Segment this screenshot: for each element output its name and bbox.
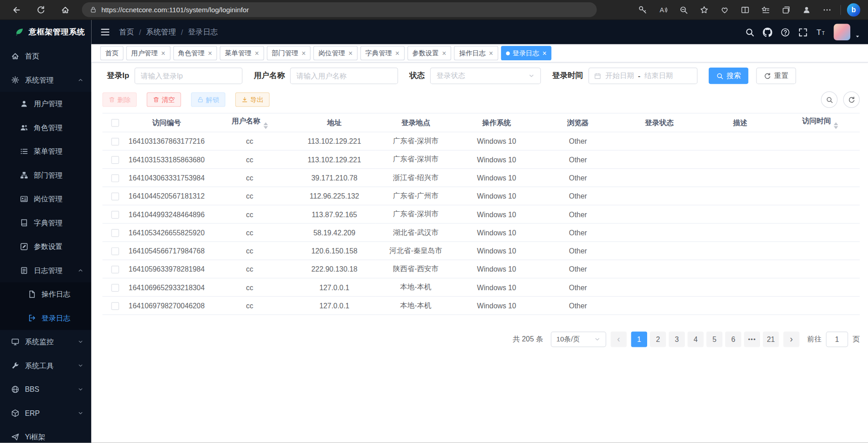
tab-param-settings[interactable]: 参数设置× [407, 46, 451, 60]
favorites-bar-button[interactable] [758, 2, 773, 17]
username-input[interactable] [290, 68, 398, 84]
sort-icon[interactable] [834, 122, 838, 129]
sidebar-item-operation-log[interactable]: 操作日志 [0, 282, 91, 306]
next-page-button[interactable]: › [783, 331, 799, 347]
user-avatar[interactable] [834, 24, 850, 40]
github-button[interactable] [763, 27, 772, 37]
sidebar-item-menu-mgmt[interactable]: 菜单管理 [0, 140, 91, 163]
login-ip-input[interactable] [135, 68, 243, 84]
close-tab-icon[interactable]: × [542, 49, 546, 57]
page-button-1[interactable]: 1 [631, 331, 647, 347]
sidebar-item-dict-mgmt[interactable]: 字典管理 [0, 211, 91, 234]
select-all-checkbox[interactable] [111, 119, 119, 127]
page-button-5[interactable]: 5 [707, 331, 722, 347]
reset-button[interactable]: 重置 [756, 68, 796, 84]
row-checkbox[interactable] [111, 229, 119, 237]
prev-page-button[interactable]: ‹ [610, 331, 626, 347]
tab-dept-mgmt[interactable]: 部门管理× [267, 46, 311, 60]
tab-home[interactable]: 首页 [100, 46, 123, 60]
tab-operation-log[interactable]: 操作日志× [454, 46, 498, 60]
header-search-button[interactable] [745, 27, 755, 37]
password-key-button[interactable] [635, 2, 650, 17]
breadcrumb-item[interactable]: 系统管理 [146, 27, 176, 37]
sidebar-item-system-monitor[interactable]: 系统监控 [0, 330, 91, 354]
row-checkbox[interactable] [111, 193, 119, 200]
close-tab-icon[interactable]: × [255, 49, 259, 57]
more-pages-button[interactable]: ••• [744, 331, 760, 347]
row-checkbox[interactable] [111, 138, 119, 146]
sidebar-item-system-tools[interactable]: 系统工具 [0, 354, 91, 377]
export-button[interactable]: 导出 [235, 92, 270, 107]
page-size-select[interactable]: 10条/页 [551, 331, 606, 347]
page-button-21[interactable]: 21 [763, 331, 779, 347]
tab-post-mgmt[interactable]: 岗位管理× [313, 46, 357, 60]
row-checkbox[interactable] [111, 156, 119, 164]
close-tab-icon[interactable]: × [442, 49, 446, 57]
sidebar-item-dept-mgmt[interactable]: 部门管理 [0, 163, 91, 187]
row-checkbox[interactable] [111, 284, 119, 292]
tab-dict-mgmt[interactable]: 字典管理× [361, 46, 405, 60]
close-tab-icon[interactable]: × [302, 49, 306, 57]
page-button-4[interactable]: 4 [688, 331, 703, 347]
fullscreen-button[interactable] [798, 27, 808, 37]
refresh-table-button[interactable] [843, 91, 860, 108]
sort-icon[interactable] [263, 122, 268, 129]
row-checkbox[interactable] [111, 174, 119, 182]
add-favorite-button[interactable] [697, 2, 712, 17]
column-header[interactable]: 访问时间 [780, 113, 860, 132]
unlock-button[interactable]: 解锁 [191, 92, 225, 107]
page-button-3[interactable]: 3 [669, 331, 685, 347]
sidebar-item-home[interactable]: 首页 [0, 44, 91, 68]
sidebar-item-erp[interactable]: ERP [0, 401, 91, 425]
status-select[interactable]: 登录状态 [430, 68, 541, 84]
close-tab-icon[interactable]: × [489, 49, 493, 57]
browser-url-bar[interactable]: https://ccnetcore.com:1101/system/log/lo… [82, 2, 597, 17]
sidebar-item-bbs[interactable]: BBS [0, 378, 91, 401]
browser-essentials-button[interactable] [717, 2, 732, 17]
sidebar-item-post-mgmt[interactable]: 岗位管理 [0, 187, 91, 211]
toggle-search-button[interactable] [821, 91, 838, 108]
delete-button[interactable]: 删除 [102, 92, 137, 107]
goto-page-input[interactable] [826, 331, 848, 347]
breadcrumb-item[interactable]: 首页 [119, 27, 134, 37]
row-checkbox[interactable] [111, 211, 119, 219]
close-tab-icon[interactable]: × [208, 49, 212, 57]
tab-login-log[interactable]: 登录日志× [501, 46, 551, 60]
row-checkbox[interactable] [111, 302, 119, 310]
sidebar-item-log-mgmt[interactable]: 日志管理 [0, 258, 91, 282]
row-checkbox[interactable] [111, 266, 119, 273]
date-range-picker[interactable]: 开始日期 - 结束日期 [589, 68, 697, 84]
search-button[interactable]: 搜索 [709, 68, 749, 84]
tab-user-mgmt[interactable]: 用户管理× [126, 46, 170, 60]
app-logo[interactable]: 意框架管理系统 [0, 20, 91, 44]
sidebar-item-param-settings[interactable]: 参数设置 [0, 235, 91, 258]
sidebar-item-login-log[interactable]: 登录日志 [0, 306, 91, 330]
sidebar-item-yi-framework[interactable]: Yi框架 [0, 425, 91, 443]
chevron-down-icon[interactable] [855, 32, 860, 37]
tab-role-mgmt[interactable]: 角色管理× [173, 46, 217, 60]
browser-back-button[interactable] [9, 2, 24, 17]
row-checkbox[interactable] [111, 247, 119, 255]
close-tab-icon[interactable]: × [348, 49, 352, 57]
zoom-button[interactable] [677, 2, 691, 17]
browser-profile-button[interactable] [800, 2, 814, 17]
close-tab-icon[interactable]: × [161, 49, 165, 57]
split-screen-button[interactable] [738, 2, 752, 17]
sidebar-item-system-mgmt[interactable]: 系统管理 [0, 68, 91, 92]
sidebar-item-user-mgmt[interactable]: 用户管理 [0, 92, 91, 116]
font-size-button[interactable]: TT [816, 27, 825, 37]
sidebar-toggle-button[interactable] [100, 27, 110, 37]
tab-menu-mgmt[interactable]: 菜单管理× [220, 46, 264, 60]
clear-button[interactable]: 清空 [146, 92, 181, 107]
browser-menu-button[interactable] [820, 2, 834, 17]
browser-home-button[interactable] [58, 2, 73, 17]
close-tab-icon[interactable]: × [395, 49, 400, 57]
help-button[interactable] [780, 27, 790, 37]
page-button-6[interactable]: 6 [725, 331, 741, 347]
read-aloud-button[interactable]: A [656, 2, 671, 17]
bing-copilot-button[interactable]: b [847, 3, 860, 16]
page-button-2[interactable]: 2 [650, 331, 666, 347]
sidebar-item-role-mgmt[interactable]: 角色管理 [0, 116, 91, 139]
collections-button[interactable] [779, 2, 794, 17]
column-header[interactable]: 用户名称 [206, 113, 293, 132]
